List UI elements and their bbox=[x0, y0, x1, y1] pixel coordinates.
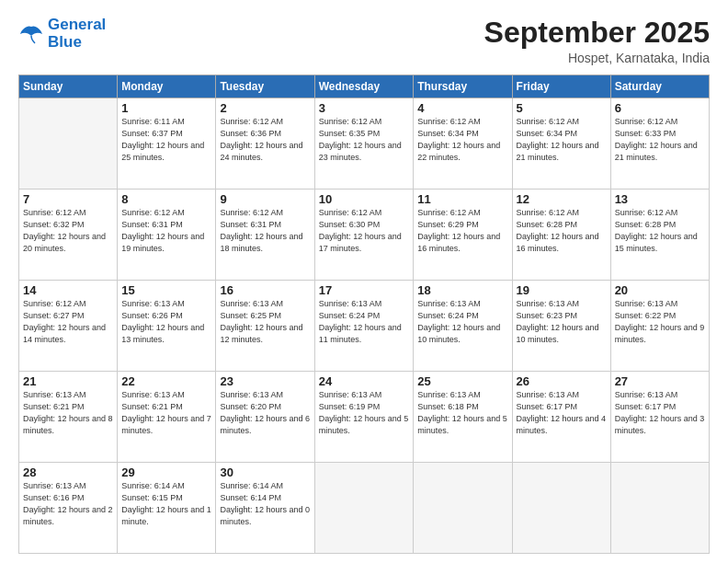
day-number: 13 bbox=[615, 192, 705, 206]
day-number: 4 bbox=[417, 101, 507, 115]
day-detail: Sunrise: 6:13 AMSunset: 6:25 PMDaylight:… bbox=[220, 298, 310, 346]
calendar-cell: 21Sunrise: 6:13 AMSunset: 6:21 PMDayligh… bbox=[19, 372, 118, 463]
calendar-cell: 1Sunrise: 6:11 AMSunset: 6:37 PMDaylight… bbox=[118, 98, 216, 190]
day-detail: Sunrise: 6:12 AMSunset: 6:36 PMDaylight:… bbox=[220, 116, 310, 164]
day-header-monday: Monday bbox=[118, 75, 216, 98]
calendar-cell: 13Sunrise: 6:12 AMSunset: 6:28 PMDayligh… bbox=[610, 190, 709, 281]
calendar-cell: 20Sunrise: 6:13 AMSunset: 6:22 PMDayligh… bbox=[610, 281, 709, 372]
calendar-cell: 17Sunrise: 6:13 AMSunset: 6:24 PMDayligh… bbox=[314, 281, 414, 372]
day-detail: Sunrise: 6:12 AMSunset: 6:31 PMDaylight:… bbox=[220, 207, 310, 255]
day-detail: Sunrise: 6:14 AMSunset: 6:15 PMDaylight:… bbox=[121, 480, 211, 528]
calendar-week-1: 7Sunrise: 6:12 AMSunset: 6:32 PMDaylight… bbox=[19, 190, 710, 281]
calendar-cell bbox=[610, 463, 709, 554]
calendar-cell: 3Sunrise: 6:12 AMSunset: 6:35 PMDaylight… bbox=[314, 98, 414, 190]
day-detail: Sunrise: 6:11 AMSunset: 6:37 PMDaylight:… bbox=[121, 116, 211, 164]
calendar-cell: 23Sunrise: 6:13 AMSunset: 6:20 PMDayligh… bbox=[216, 372, 314, 463]
day-number: 29 bbox=[121, 465, 211, 479]
day-number: 1 bbox=[121, 101, 211, 115]
day-number: 2 bbox=[220, 101, 310, 115]
title-block: September 2025 Hospet, Karnataka, India bbox=[484, 17, 710, 65]
day-detail: Sunrise: 6:13 AMSunset: 6:19 PMDaylight:… bbox=[319, 389, 410, 437]
calendar-cell bbox=[512, 463, 610, 554]
calendar-cell bbox=[19, 98, 118, 190]
day-detail: Sunrise: 6:14 AMSunset: 6:14 PMDaylight:… bbox=[220, 480, 310, 528]
day-detail: Sunrise: 6:13 AMSunset: 6:17 PMDaylight:… bbox=[615, 389, 705, 437]
calendar-cell: 8Sunrise: 6:12 AMSunset: 6:31 PMDaylight… bbox=[118, 190, 216, 281]
day-number: 26 bbox=[517, 374, 607, 388]
logo-line1: General bbox=[48, 16, 106, 33]
day-detail: Sunrise: 6:13 AMSunset: 6:18 PMDaylight:… bbox=[417, 389, 507, 437]
day-number: 12 bbox=[517, 192, 607, 206]
day-header-friday: Friday bbox=[512, 75, 610, 98]
day-number: 10 bbox=[319, 192, 410, 206]
calendar-cell: 4Sunrise: 6:12 AMSunset: 6:34 PMDaylight… bbox=[414, 98, 512, 190]
calendar-cell: 10Sunrise: 6:12 AMSunset: 6:30 PMDayligh… bbox=[314, 190, 414, 281]
day-detail: Sunrise: 6:12 AMSunset: 6:34 PMDaylight:… bbox=[517, 116, 607, 164]
day-number: 15 bbox=[121, 283, 211, 297]
calendar-week-4: 28Sunrise: 6:13 AMSunset: 6:16 PMDayligh… bbox=[19, 463, 710, 554]
calendar-cell: 29Sunrise: 6:14 AMSunset: 6:15 PMDayligh… bbox=[118, 463, 216, 554]
day-detail: Sunrise: 6:12 AMSunset: 6:28 PMDaylight:… bbox=[615, 207, 705, 255]
calendar-cell: 24Sunrise: 6:13 AMSunset: 6:19 PMDayligh… bbox=[314, 372, 414, 463]
day-detail: Sunrise: 6:13 AMSunset: 6:21 PMDaylight:… bbox=[23, 389, 113, 437]
day-number: 23 bbox=[220, 374, 310, 388]
day-number: 27 bbox=[615, 374, 705, 388]
day-number: 21 bbox=[23, 374, 113, 388]
page: General Blue September 2025 Hospet, Karn… bbox=[0, 0, 728, 563]
day-number: 7 bbox=[23, 192, 113, 206]
calendar-cell: 19Sunrise: 6:13 AMSunset: 6:23 PMDayligh… bbox=[512, 281, 610, 372]
calendar-cell: 16Sunrise: 6:13 AMSunset: 6:25 PMDayligh… bbox=[216, 281, 314, 372]
day-number: 22 bbox=[121, 374, 211, 388]
day-number: 3 bbox=[319, 101, 410, 115]
calendar-cell: 5Sunrise: 6:12 AMSunset: 6:34 PMDaylight… bbox=[512, 98, 610, 190]
day-detail: Sunrise: 6:13 AMSunset: 6:24 PMDaylight:… bbox=[319, 298, 410, 346]
day-detail: Sunrise: 6:12 AMSunset: 6:28 PMDaylight:… bbox=[517, 207, 607, 255]
day-detail: Sunrise: 6:13 AMSunset: 6:22 PMDaylight:… bbox=[615, 298, 705, 346]
day-detail: Sunrise: 6:12 AMSunset: 6:35 PMDaylight:… bbox=[319, 116, 410, 164]
day-detail: Sunrise: 6:12 AMSunset: 6:27 PMDaylight:… bbox=[23, 298, 113, 346]
day-header-sunday: Sunday bbox=[19, 75, 118, 98]
day-number: 14 bbox=[23, 283, 113, 297]
day-number: 19 bbox=[517, 283, 607, 297]
calendar-cell bbox=[314, 463, 414, 554]
calendar: SundayMondayTuesdayWednesdayThursdayFrid… bbox=[18, 75, 710, 554]
day-number: 6 bbox=[615, 101, 705, 115]
logo-text: General Blue bbox=[48, 17, 106, 51]
calendar-cell: 22Sunrise: 6:13 AMSunset: 6:21 PMDayligh… bbox=[118, 372, 216, 463]
day-header-thursday: Thursday bbox=[414, 75, 512, 98]
day-detail: Sunrise: 6:12 AMSunset: 6:29 PMDaylight:… bbox=[417, 207, 507, 255]
day-detail: Sunrise: 6:13 AMSunset: 6:23 PMDaylight:… bbox=[517, 298, 607, 346]
day-detail: Sunrise: 6:12 AMSunset: 6:33 PMDaylight:… bbox=[615, 116, 705, 164]
calendar-header-row: SundayMondayTuesdayWednesdayThursdayFrid… bbox=[19, 75, 710, 98]
day-detail: Sunrise: 6:13 AMSunset: 6:21 PMDaylight:… bbox=[121, 389, 211, 437]
day-detail: Sunrise: 6:13 AMSunset: 6:20 PMDaylight:… bbox=[220, 389, 310, 437]
day-detail: Sunrise: 6:13 AMSunset: 6:24 PMDaylight:… bbox=[417, 298, 507, 346]
day-number: 11 bbox=[417, 192, 507, 206]
day-header-wednesday: Wednesday bbox=[314, 75, 414, 98]
day-detail: Sunrise: 6:13 AMSunset: 6:16 PMDaylight:… bbox=[23, 480, 113, 528]
day-number: 16 bbox=[220, 283, 310, 297]
calendar-cell: 7Sunrise: 6:12 AMSunset: 6:32 PMDaylight… bbox=[19, 190, 118, 281]
day-number: 5 bbox=[517, 101, 607, 115]
day-number: 17 bbox=[319, 283, 410, 297]
logo: General Blue bbox=[18, 17, 106, 51]
calendar-cell: 12Sunrise: 6:12 AMSunset: 6:28 PMDayligh… bbox=[512, 190, 610, 281]
day-detail: Sunrise: 6:12 AMSunset: 6:30 PMDaylight:… bbox=[319, 207, 410, 255]
month-title: September 2025 bbox=[484, 17, 710, 49]
logo-line2: Blue bbox=[48, 33, 82, 51]
calendar-cell: 14Sunrise: 6:12 AMSunset: 6:27 PMDayligh… bbox=[19, 281, 118, 372]
day-number: 8 bbox=[121, 192, 211, 206]
day-header-saturday: Saturday bbox=[610, 75, 709, 98]
day-number: 20 bbox=[615, 283, 705, 297]
day-number: 30 bbox=[220, 465, 310, 479]
day-detail: Sunrise: 6:13 AMSunset: 6:26 PMDaylight:… bbox=[121, 298, 211, 346]
day-number: 9 bbox=[220, 192, 310, 206]
logo-icon bbox=[18, 23, 44, 45]
calendar-cell: 6Sunrise: 6:12 AMSunset: 6:33 PMDaylight… bbox=[610, 98, 709, 190]
calendar-week-3: 21Sunrise: 6:13 AMSunset: 6:21 PMDayligh… bbox=[19, 372, 710, 463]
calendar-week-0: 1Sunrise: 6:11 AMSunset: 6:37 PMDaylight… bbox=[19, 98, 710, 190]
day-detail: Sunrise: 6:12 AMSunset: 6:34 PMDaylight:… bbox=[417, 116, 507, 164]
calendar-cell: 26Sunrise: 6:13 AMSunset: 6:17 PMDayligh… bbox=[512, 372, 610, 463]
day-number: 28 bbox=[23, 465, 113, 479]
calendar-cell: 2Sunrise: 6:12 AMSunset: 6:36 PMDaylight… bbox=[216, 98, 314, 190]
